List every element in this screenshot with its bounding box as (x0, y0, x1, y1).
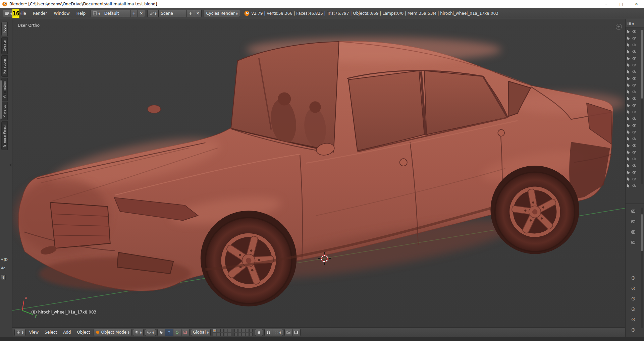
eye-icon[interactable] (632, 177, 636, 181)
outliner-row[interactable] (627, 136, 636, 141)
snap-element-select[interactable]: ▲▼ (272, 329, 283, 336)
menu-add[interactable]: Add (61, 329, 73, 336)
menu-render[interactable]: Render (30, 10, 50, 17)
layer-cell[interactable] (220, 333, 224, 336)
layer-cell[interactable] (213, 329, 216, 332)
layer-cell[interactable] (217, 329, 220, 332)
minimize-button[interactable]: – (599, 0, 614, 8)
layer-cell[interactable] (249, 333, 253, 336)
panel-expand-icon[interactable]: ▼ (1, 258, 3, 261)
eye-icon[interactable] (632, 184, 636, 188)
close-button[interactable]: ✕ (629, 0, 644, 8)
eye-icon[interactable] (632, 130, 636, 134)
outliner-row[interactable] (627, 56, 636, 60)
cursor-arrow-icon[interactable] (627, 150, 631, 154)
rotate-manipulator-button[interactable] (173, 329, 181, 336)
cursor-arrow-icon[interactable] (627, 103, 631, 107)
cursor-arrow-icon[interactable] (627, 97, 631, 101)
cursor-arrow-icon[interactable] (627, 36, 631, 40)
outliner-row[interactable] (627, 90, 636, 94)
cursor-arrow-icon[interactable] (627, 123, 631, 127)
cursor-arrow-icon[interactable] (627, 56, 631, 60)
outliner-row[interactable] (627, 36, 636, 40)
unlink-layout-button[interactable]: ✕ (138, 10, 145, 17)
eye-icon[interactable] (632, 110, 636, 114)
mode-select[interactable]: Object Mode ▲▼ (94, 329, 131, 336)
cursor-arrow-icon[interactable] (627, 157, 631, 161)
layer-cell[interactable] (224, 329, 227, 332)
outliner-row[interactable] (627, 103, 636, 107)
layer-cell[interactable] (242, 333, 245, 336)
outliner-scrollbar[interactable] (641, 30, 643, 184)
outliner-row[interactable] (627, 183, 636, 188)
cursor-arrow-icon[interactable] (627, 90, 631, 94)
add-scene-button[interactable]: + (187, 10, 194, 17)
layer-cell[interactable] (220, 329, 224, 332)
outliner-row[interactable] (627, 163, 636, 168)
menu-help[interactable]: Help (73, 10, 89, 17)
screen-layout-browse-button[interactable]: ▲▼ (91, 10, 102, 17)
eye-icon[interactable] (632, 50, 636, 54)
snap-toggle-button[interactable] (264, 329, 272, 336)
layer-cell[interactable] (234, 329, 238, 332)
cursor-arrow-icon[interactable] (627, 184, 631, 188)
tab-relations[interactable]: Relations (1, 55, 8, 77)
cursor-arrow-icon[interactable] (627, 130, 631, 134)
scale-manipulator-button[interactable] (181, 329, 190, 336)
tab-animation[interactable]: Animation (1, 78, 8, 101)
layer-cell[interactable] (238, 329, 241, 332)
cursor-arrow-icon[interactable] (627, 50, 631, 54)
eye-icon[interactable] (632, 170, 636, 174)
cursor-arrow-icon[interactable] (627, 76, 631, 80)
properties-scrollbar[interactable] (641, 208, 643, 328)
properties-tab-icon[interactable] (631, 219, 636, 224)
outliner-row[interactable] (627, 96, 636, 101)
eye-icon[interactable] (632, 43, 636, 47)
add-layout-button[interactable]: + (130, 10, 138, 17)
outliner-row[interactable] (627, 177, 636, 181)
cursor-arrow-icon[interactable] (627, 83, 631, 87)
scene-browse-button[interactable]: ▲▼ (147, 10, 159, 17)
properties-tab-icon[interactable] (631, 296, 636, 301)
cursor-arrow-icon[interactable] (627, 43, 631, 47)
eye-icon[interactable] (632, 144, 636, 148)
cursor-arrow-icon[interactable] (627, 30, 631, 34)
eye-icon[interactable] (632, 30, 636, 34)
cursor-arrow-icon[interactable] (627, 170, 631, 174)
properties-tab-icon[interactable] (631, 276, 636, 280)
eye-icon[interactable] (632, 117, 636, 121)
outliner-header[interactable]: ▲▼ (626, 19, 644, 28)
layer-cell[interactable] (246, 333, 249, 336)
render-engine-select[interactable]: Cycles Render ▲▼ (204, 10, 240, 17)
outliner-row[interactable] (627, 69, 636, 74)
outliner-row[interactable] (627, 123, 636, 127)
properties-tab-icon[interactable] (631, 307, 636, 311)
eye-icon[interactable] (632, 164, 636, 168)
eye-icon[interactable] (632, 150, 636, 154)
cursor-arrow-icon[interactable] (627, 144, 631, 148)
outliner-row[interactable] (627, 130, 636, 134)
eye-icon[interactable] (632, 76, 636, 80)
outliner-row[interactable] (627, 76, 636, 80)
lock-to-scene-button[interactable] (255, 329, 263, 336)
collapse-arrow-icon[interactable] (9, 163, 11, 167)
layer-cell[interactable] (246, 329, 249, 332)
cursor-manipulator-button[interactable] (157, 329, 165, 336)
layer-cell[interactable] (249, 329, 253, 332)
cursor-arrow-icon[interactable] (627, 117, 631, 121)
layer-cell[interactable] (228, 333, 231, 336)
properties-tab-icon[interactable] (631, 209, 636, 214)
menu-view[interactable]: View (27, 329, 41, 336)
cursor-arrow-icon[interactable] (627, 164, 631, 168)
cursor-arrow-icon[interactable] (627, 70, 631, 74)
expand-region-icon[interactable]: + (616, 24, 622, 30)
properties-tab-icon[interactable] (631, 230, 636, 234)
eye-icon[interactable] (632, 157, 636, 161)
maximize-button[interactable]: □ (614, 0, 629, 8)
eye-icon[interactable] (632, 56, 636, 60)
outliner-row[interactable] (627, 116, 636, 121)
screen-layout-name[interactable]: Default (102, 10, 130, 17)
eye-icon[interactable] (632, 137, 636, 141)
properties-tab-icon[interactable] (631, 317, 636, 322)
viewport-3d[interactable]: x y User Ortho (8) hirochi_wheel_01a_17x… (12, 19, 625, 327)
